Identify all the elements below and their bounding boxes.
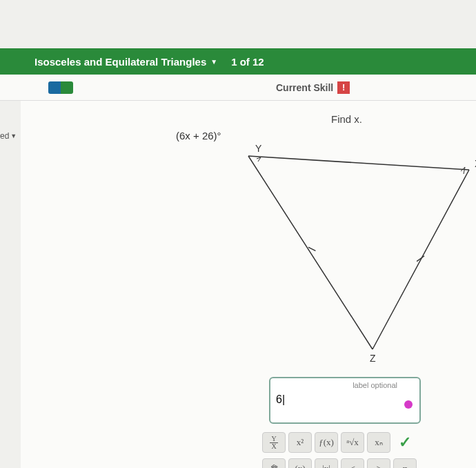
math-toolbar-row2: 🗑 (x) |x| ≤ ≥ π <box>262 458 417 468</box>
label-optional-hint: label optional <box>276 381 414 389</box>
x-squared-button[interactable]: x² <box>288 432 312 453</box>
color-dot-icon[interactable] <box>404 400 413 409</box>
problem-area: Find x. (6x + 26)° Y X Z 56° label optio… <box>21 101 476 468</box>
triangle-figure: Y X Z 56° <box>207 142 476 370</box>
math-toolbar-row1: Y X x² ƒ(x) ⁿ√x xₙ ✓ <box>262 432 417 453</box>
angle-y-expression: (6x + 26)° <box>176 130 221 142</box>
answer-input[interactable] <box>276 393 373 406</box>
greater-equal-button[interactable]: ≥ <box>367 458 390 468</box>
alert-icon[interactable]: ! <box>337 81 350 94</box>
svg-line-2 <box>373 170 469 349</box>
answer-box[interactable]: label optional <box>269 377 421 424</box>
problem-prompt: Find x. <box>331 113 362 125</box>
trash-button[interactable]: 🗑 <box>262 458 286 468</box>
absolute-value-button[interactable]: |x| <box>315 458 338 468</box>
parentheses-button[interactable]: (x) <box>288 458 312 468</box>
nth-root-button[interactable]: ⁿ√x <box>341 432 364 453</box>
vertex-y-label: Y <box>255 143 262 154</box>
lesson-header: Isosceles and Equilateral Triangles ▼ 1 … <box>0 48 476 75</box>
sidebar-cropped-tab[interactable]: ed ▼ <box>0 131 17 141</box>
svg-line-0 <box>248 156 469 170</box>
fx-button[interactable]: ƒ(x) <box>315 432 338 453</box>
x-sub-n-button[interactable]: xₙ <box>367 432 390 453</box>
less-equal-button[interactable]: ≤ <box>341 458 364 468</box>
mode-toggle[interactable] <box>48 81 73 94</box>
subheader-row: Current Skill ! <box>0 75 476 101</box>
svg-line-1 <box>248 156 373 349</box>
chevron-down-icon[interactable]: ▼ <box>210 58 217 66</box>
submit-check-button[interactable]: ✓ <box>393 432 417 453</box>
vertex-z-label: Z <box>370 353 376 364</box>
fraction-button[interactable]: Y X <box>262 432 286 453</box>
lesson-title[interactable]: Isosceles and Equilateral Triangles <box>34 56 206 68</box>
current-skill-label: Current Skill ! <box>276 81 350 94</box>
problem-counter: 1 of 12 <box>231 56 264 68</box>
trash-icon: 🗑 <box>270 463 279 468</box>
chevron-down-icon: ▼ <box>10 133 17 139</box>
pi-button[interactable]: π <box>393 458 417 468</box>
